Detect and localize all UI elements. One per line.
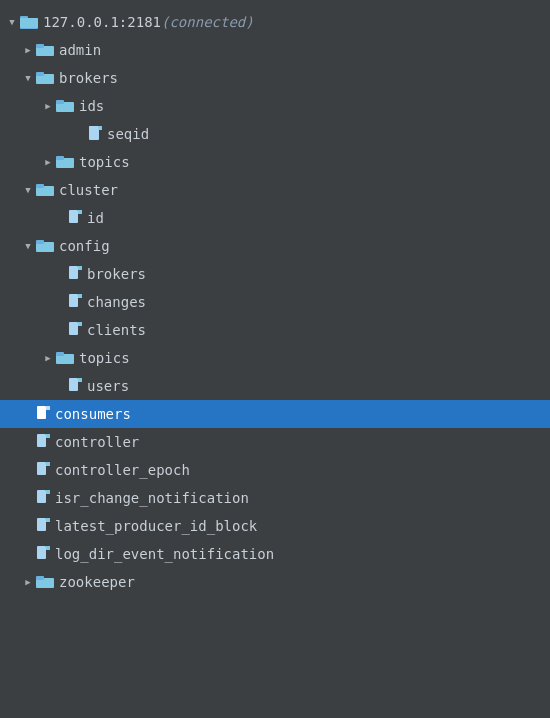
changes-file-icon [68,294,82,310]
tree-item-clients[interactable]: clients [0,316,550,344]
svg-rect-36 [37,406,46,419]
tree-root[interactable]: 127.0.0.1:2181 (connected) [0,8,550,36]
changes-label: changes [87,294,146,310]
admin-label: admin [59,42,101,58]
tree-item-users[interactable]: users [0,372,550,400]
topics-config-label: topics [79,350,130,366]
log-dir-label: log_dir_event_notification [55,546,274,562]
isr-change-label: isr_change_notification [55,490,249,506]
tree-container: 127.0.0.1:2181 (connected) admin brokers [0,0,550,604]
zookeeper-folder-icon [36,575,54,589]
root-status: (connected) [161,14,254,30]
tree-item-isr-change[interactable]: isr_change_notification [0,484,550,512]
id-file-icon [68,210,82,226]
users-file-icon [68,378,82,394]
cluster-arrow [20,182,36,198]
svg-rect-55 [36,576,44,580]
root-folder-icon [20,15,38,29]
tree-item-latest-producer[interactable]: latest_producer_id_block [0,512,550,540]
tree-item-brokers[interactable]: brokers [0,64,550,92]
tree-item-admin[interactable]: admin [0,36,550,64]
brokers-label: brokers [59,70,118,86]
topics-brokers-label: topics [79,154,130,170]
tree-item-log-dir[interactable]: log_dir_event_notification [0,540,550,568]
svg-rect-10 [89,126,98,139]
svg-rect-8 [56,100,64,104]
svg-rect-4 [36,44,44,48]
cluster-label: cluster [59,182,118,198]
tree-item-topics-config[interactable]: topics [0,344,550,372]
tree-item-zookeeper[interactable]: zookeeper [0,568,550,596]
seqid-label: seqid [107,126,149,142]
consumers-spacer [20,406,36,422]
svg-rect-22 [69,266,78,279]
ids-label: ids [79,98,104,114]
admin-arrow [20,42,36,58]
latest-producer-spacer [20,518,36,534]
topics-config-arrow [40,350,56,366]
svg-rect-42 [37,462,46,475]
svg-rect-45 [37,490,46,503]
tree-item-consumers[interactable]: consumers [0,400,550,428]
admin-folder-icon [36,43,54,57]
tree-item-changes[interactable]: changes [0,288,550,316]
svg-rect-6 [36,72,44,76]
svg-rect-33 [69,378,78,391]
svg-rect-39 [37,434,46,447]
seqid-file-icon [88,126,102,142]
config-label: config [59,238,110,254]
latest-producer-file-icon [36,518,50,534]
isr-change-file-icon [36,490,50,506]
tree-item-brokers-config[interactable]: brokers [0,260,550,288]
controller-epoch-file-icon [36,462,50,478]
brokers-arrow [20,70,36,86]
isr-change-spacer [20,490,36,506]
tree-item-controller[interactable]: controller [0,428,550,456]
zookeeper-arrow [20,574,36,590]
tree-item-controller-epoch[interactable]: controller_epoch [0,456,550,484]
zookeeper-label: zookeeper [59,574,135,590]
controller-file-icon [36,434,50,450]
consumers-label: consumers [55,406,131,422]
svg-rect-21 [36,240,44,244]
root-label: 127.0.0.1:2181 [43,14,161,30]
brokers-config-file-icon [68,266,82,282]
users-label: users [87,378,129,394]
controller-label: controller [55,434,139,450]
brokers-config-spacer [52,266,68,282]
tree-item-ids[interactable]: ids [0,92,550,120]
id-spacer [52,210,68,226]
svg-rect-16 [36,184,44,188]
tree-item-seqid[interactable]: seqid [0,120,550,148]
svg-rect-32 [56,352,64,356]
topics-brokers-folder-icon [56,155,74,169]
tree-item-cluster[interactable]: cluster [0,176,550,204]
tree-item-config[interactable]: config [0,232,550,260]
clients-label: clients [87,322,146,338]
root-arrow [4,14,20,30]
ids-arrow [40,98,56,114]
controller-spacer [20,434,36,450]
brokers-config-label: brokers [87,266,146,282]
svg-rect-51 [37,546,46,559]
svg-rect-25 [69,294,78,307]
tree-item-topics-brokers[interactable]: topics [0,148,550,176]
id-label: id [87,210,104,226]
config-folder-icon [36,239,54,253]
log-dir-file-icon [36,546,50,562]
config-arrow [20,238,36,254]
tree-item-id[interactable]: id [0,204,550,232]
controller-epoch-label: controller_epoch [55,462,190,478]
ids-folder-icon [56,99,74,113]
consumers-file-icon [36,406,50,422]
clients-spacer [52,322,68,338]
log-dir-spacer [20,546,36,562]
svg-rect-48 [37,518,46,531]
svg-rect-17 [69,210,78,223]
users-spacer [52,378,68,394]
controller-epoch-spacer [20,462,36,478]
changes-spacer [52,294,68,310]
topics-config-folder-icon [56,351,74,365]
svg-rect-2 [20,18,38,28]
svg-rect-28 [69,322,78,335]
